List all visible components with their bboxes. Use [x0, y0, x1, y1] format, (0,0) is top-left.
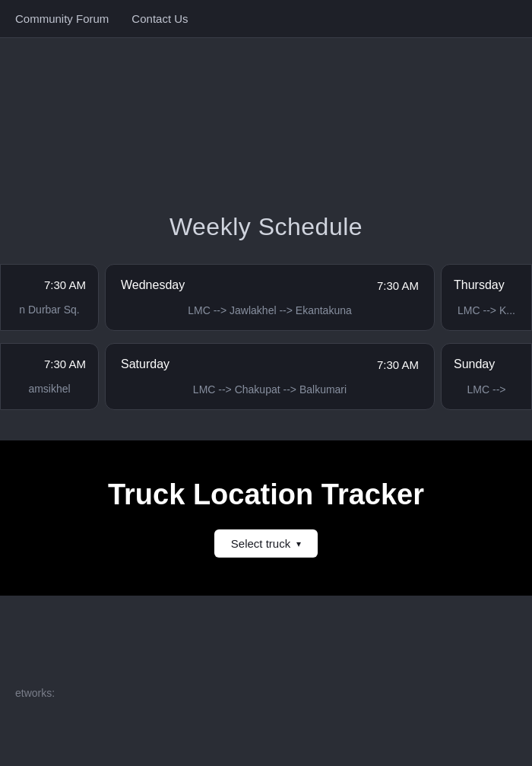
card-time: 7:30 AM [377, 279, 419, 292]
card-header: 7:30 AM [13, 278, 86, 291]
select-truck-button[interactable]: Select truck ▾ [214, 529, 318, 558]
card-header: 7:30 AM [13, 358, 86, 370]
card-header: Wednesday 7:30 AM [121, 278, 419, 292]
dropdown-arrow-icon: ▾ [296, 539, 301, 549]
card-time: 7:30 AM [44, 358, 86, 370]
card-route: LMC --> Jawlakhel --> Ekantakuna [121, 304, 419, 316]
nav-community-forum[interactable]: Community Forum [15, 12, 109, 25]
card-day: Sunday [454, 358, 495, 371]
card-day: Thursday [454, 278, 505, 292]
card-time: 7:30 AM [377, 358, 419, 371]
footer: etworks: [0, 596, 532, 733]
select-truck-label: Select truck [231, 537, 290, 550]
schedule-title: Weekly Schedule [0, 213, 532, 241]
schedule-section: Weekly Schedule 7:30 AM n Durbar Sq. Wed… [0, 190, 532, 440]
tracker-title: Truck Location Tracker [15, 478, 517, 511]
card-time: 7:30 AM [44, 278, 86, 291]
card-route: n Durbar Sq. [13, 304, 86, 316]
schedule-row-2: 7:30 AM amsikhel Saturday 7:30 AM LMC --… [0, 343, 532, 410]
schedule-card-wednesday: Wednesday 7:30 AM LMC --> Jawlakhel --> … [105, 264, 435, 331]
schedule-card-partial-right-2: Sunday LMC --> [441, 343, 532, 410]
card-route: LMC --> [454, 383, 519, 396]
card-route: amsikhel [13, 383, 86, 395]
card-route: LMC --> Chakupat --> Balkumari [121, 383, 419, 396]
schedule-card-partial-left-2: 7:30 AM amsikhel [0, 343, 99, 410]
card-day: Wednesday [121, 278, 185, 292]
navbar: Community Forum Contact Us [0, 0, 532, 38]
card-header: Sunday [454, 358, 519, 371]
schedule-card-partial-left-1: 7:30 AM n Durbar Sq. [0, 264, 99, 331]
nav-contact-us[interactable]: Contact Us [131, 12, 188, 25]
hero-area [0, 38, 532, 190]
card-header: Thursday [454, 278, 519, 292]
card-route: LMC --> K... [454, 304, 519, 316]
tracker-section: Truck Location Tracker Select truck ▾ [0, 440, 532, 596]
schedule-row-1: 7:30 AM n Durbar Sq. Wednesday 7:30 AM L… [0, 264, 532, 331]
schedule-card-saturday: Saturday 7:30 AM LMC --> Chakupat --> Ba… [105, 343, 435, 410]
footer-networks-label: etworks: [15, 687, 517, 699]
card-header: Saturday 7:30 AM [121, 358, 419, 371]
schedule-card-partial-right-1: Thursday LMC --> K... [441, 264, 532, 331]
card-day: Saturday [121, 358, 169, 371]
